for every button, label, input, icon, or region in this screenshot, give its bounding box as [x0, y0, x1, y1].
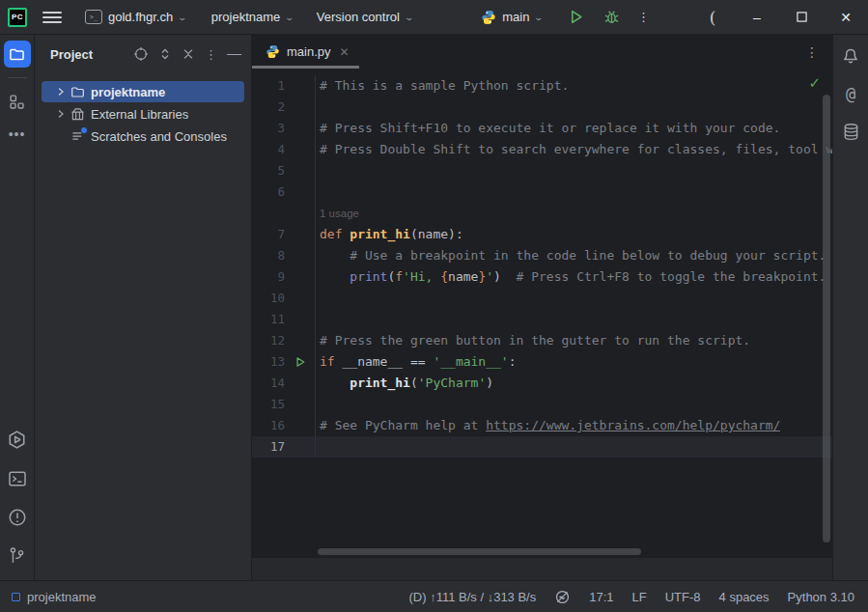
structure-tool-button[interactable] [4, 88, 31, 115]
terminal-tool-button[interactable] [8, 469, 27, 488]
more-tool-windows-button[interactable]: ••• [9, 126, 26, 142]
status-project-widget[interactable]: projektname [12, 590, 97, 604]
run-configuration-widget[interactable]: main ⌄ [475, 6, 548, 29]
line-number: 1 [252, 75, 285, 97]
line-number: 17 [252, 436, 285, 458]
editor-line-13[interactable]: 13if __name__ == '__main__': [252, 351, 832, 373]
terminal-icon [8, 469, 27, 488]
main-menu-button[interactable] [42, 12, 62, 23]
editor-line-12[interactable]: 12# Press the green button in the gutter… [252, 330, 832, 351]
tree-item-label: Scratches and Consoles [91, 129, 227, 144]
minimize-icon: – [753, 10, 761, 25]
git-branch-icon [8, 546, 26, 565]
collapse-all-button[interactable] [182, 47, 195, 61]
network-speed-indicator[interactable]: (D) ↑111 B/s / ↓313 B/s [409, 590, 537, 604]
tree-item-external-libraries[interactable]: External Libraries [42, 103, 244, 125]
services-tool-button[interactable] [7, 430, 27, 450]
line-separator-widget[interactable]: LF [632, 590, 647, 604]
editor-line-6[interactable]: 6 [252, 181, 832, 203]
database-button[interactable] [842, 123, 860, 141]
run-config-label: main [502, 10, 529, 24]
chevron-down-icon: ⌄ [178, 13, 188, 22]
editor-line-14[interactable]: 14 print_hi('PyCharm') [252, 373, 832, 394]
vertical-scrollbar[interactable] [823, 95, 830, 542]
editor-inlay-row[interactable]: 1 usage [252, 203, 832, 224]
caret-position-widget[interactable]: 17:1 [589, 590, 613, 604]
tree-item-projektname[interactable]: projektname [42, 81, 244, 102]
highlighting-level-button[interactable] [554, 589, 571, 605]
notifications-button[interactable] [841, 45, 860, 65]
editor-line-8[interactable]: 8 # Use a breakpoint in the code line be… [252, 245, 832, 266]
maximize-icon [797, 12, 807, 22]
editor-line-11[interactable]: 11 [252, 309, 832, 330]
project-tool-button[interactable] [4, 41, 31, 68]
folder-icon [9, 46, 25, 63]
vcs-widget[interactable]: Version control ⌄ [311, 6, 419, 28]
editor-line-1[interactable]: 1# This is a sample Python script. [252, 75, 832, 97]
chevron-right-icon[interactable] [53, 87, 69, 97]
scratches-icon [69, 129, 86, 144]
editor-line-7[interactable]: 7def print_hi(name): [252, 224, 832, 245]
code-editor[interactable]: 1# This is a sample Python script.23# Pr… [252, 69, 832, 558]
tree-item-label: projektname [91, 85, 165, 99]
chevron-down-icon: ⌄ [285, 13, 295, 22]
tab-close-icon[interactable]: ✕ [340, 45, 350, 59]
project-widget[interactable]: projektname ⌄ [206, 6, 299, 28]
indent-widget[interactable]: 4 spaces [719, 590, 770, 604]
maximize-button[interactable] [779, 0, 824, 34]
version-control-tool-button[interactable] [8, 546, 26, 565]
run-button[interactable] [562, 5, 590, 29]
interpreter-widget[interactable]: Python 3.10 [788, 590, 854, 604]
editor-line-4[interactable]: 4# Press Double Shift to search everywhe… [252, 139, 832, 160]
theme-moon-button[interactable]: ( [690, 0, 735, 34]
database-icon [842, 123, 860, 141]
right-tool-stripe: @ [832, 35, 868, 580]
run-line-icon[interactable] [294, 356, 306, 368]
line-number: 13 [252, 351, 285, 373]
structure-icon [9, 94, 25, 110]
minimize-button[interactable]: – [735, 0, 779, 34]
hide-panel-button[interactable]: — [227, 44, 241, 61]
editor-line-10[interactable]: 10 [252, 288, 832, 309]
tab-main-py[interactable]: main.py ✕ [252, 35, 359, 69]
debug-button[interactable] [598, 5, 626, 29]
chevron-right-icon[interactable] [53, 109, 69, 119]
editor-line-9[interactable]: 9 print(f'Hi, {name}') # Press Ctrl+F8 t… [252, 266, 832, 288]
line-number: 15 [252, 394, 285, 415]
expand-all-button[interactable] [158, 47, 172, 61]
problems-tool-button[interactable] [8, 508, 27, 527]
ai-assistant-button[interactable]: @ [846, 84, 855, 103]
editor-line-3[interactable]: 3# Press Shift+F10 to execute it or repl… [252, 118, 832, 139]
line-number: 4 [252, 139, 285, 160]
inspection-ok-icon[interactable]: ✓ [808, 74, 821, 92]
line-number: 6 [252, 181, 285, 203]
line-number: 14 [252, 373, 285, 394]
usage-inlay-hint[interactable]: 1 usage [320, 208, 359, 219]
panel-options-button[interactable]: ⋮ [205, 47, 217, 62]
library-icon [69, 107, 86, 122]
clock-badge-icon [80, 126, 88, 134]
line-number: 10 [252, 288, 285, 309]
line-number: 11 [252, 309, 285, 330]
encoding-widget[interactable]: UTF-8 [665, 590, 701, 604]
editor-line-16[interactable]: 16# See PyCharm help at https://www.jetb… [252, 415, 832, 436]
editor-line-5[interactable]: 5 [252, 160, 832, 181]
editor-line-15[interactable]: 15 [252, 394, 832, 415]
editor-line-17[interactable]: 17 [252, 436, 832, 458]
tree-item-scratches[interactable]: Scratches and Consoles [42, 125, 244, 147]
stripe-separator [8, 77, 27, 78]
horizontal-scrollbar[interactable] [318, 548, 641, 555]
editor-area: main.py ✕ ⋮ 1# This is a sample Python s… [252, 35, 832, 580]
chevron-down-icon: ⌄ [404, 13, 414, 22]
close-button[interactable]: ✕ [824, 0, 868, 34]
line-number: 8 [252, 245, 285, 266]
problems-icon [8, 508, 27, 527]
editor-options-button[interactable]: ⋮ [792, 44, 832, 60]
project-panel-header: Project [35, 35, 251, 73]
more-actions-button[interactable]: ⋮ [631, 6, 656, 28]
locate-file-button[interactable] [133, 46, 149, 62]
line-number: 9 [252, 266, 285, 288]
debug-bug-icon [603, 9, 620, 25]
editor-line-2[interactable]: 2 [252, 97, 832, 118]
remote-host-widget[interactable]: >_ gold.fhgr.ch ⌄ [79, 6, 192, 28]
